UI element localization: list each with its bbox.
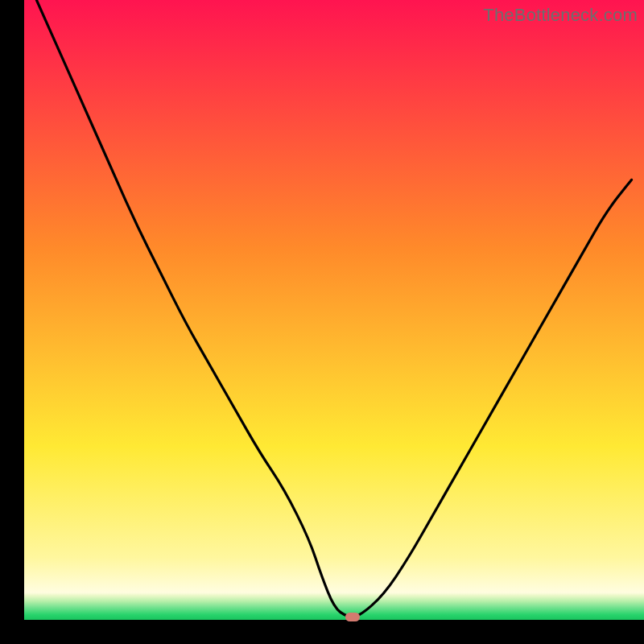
plot-area [24, 0, 644, 620]
optimal-point-marker [345, 613, 360, 621]
bottleneck-curve [24, 0, 644, 620]
chart-container: TheBottleneck.com [0, 0, 644, 644]
watermark-text: TheBottleneck.com [483, 5, 638, 26]
